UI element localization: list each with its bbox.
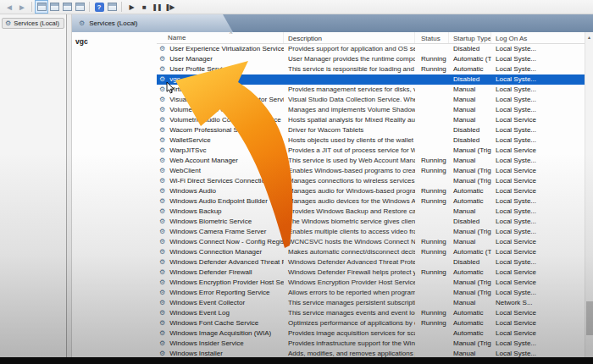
stop-service-button[interactable]: ■ — [138, 1, 150, 13]
service-name-cell: ⚙Windows Connection Manager — [157, 247, 284, 257]
table-row[interactable]: ⚙WalletServiceHosts objects used by clie… — [157, 135, 585, 146]
table-row[interactable]: ⚙Windows Encryption Provider Host Serv..… — [157, 278, 585, 288]
start-service-button[interactable]: ▶ — [125, 1, 137, 13]
table-row[interactable]: ⚙Windows Audio Endpoint BuilderManages a… — [157, 196, 585, 207]
table-row[interactable]: ⚙Windows Biometric ServiceThe Windows bi… — [157, 217, 585, 227]
sidebar-item-services-local[interactable]: ⚙ Services (Local) — [2, 18, 64, 29]
properties-button[interactable] — [48, 1, 60, 13]
service-startup-type: Automatic — [449, 186, 491, 196]
back-button[interactable]: ◄ — [3, 1, 15, 13]
service-name: Windows Audio — [169, 186, 216, 196]
table-row[interactable]: ⚙Wi-Fi Direct Services Connection Mana..… — [157, 176, 585, 186]
service-startup-type: Disabled — [449, 217, 491, 227]
service-name: WarpJITSvc — [169, 146, 206, 156]
table-row[interactable]: ⚙Windows Error Reporting ServiceAllows e… — [157, 288, 585, 298]
table-row[interactable]: ⚙Volumetric Audio Compositor ServiceHost… — [157, 115, 585, 125]
table-row[interactable]: ⚙Windows Connect Now - Config Registr...… — [157, 237, 585, 247]
table-row[interactable]: ⚙Windows Insider ServiceProvides infrast… — [157, 339, 585, 349]
service-status — [415, 85, 449, 95]
service-log-on-as: Local Syste... — [491, 85, 585, 95]
service-name: User Experience Virtualization Service — [169, 44, 284, 54]
vertical-scrollbar[interactable]: ▲ — [585, 32, 593, 357]
table-row[interactable]: ⚙Windows BackupProvides Windows Backup a… — [157, 207, 585, 217]
tab-services-local[interactable]: ⚙ Services (Local) — [72, 14, 233, 32]
service-name-cell: ⚙Windows Connect Now - Config Registr... — [157, 237, 284, 247]
service-gear-icon: ⚙ — [159, 56, 165, 63]
table-row[interactable]: ⚙Windows AudioManages audio for Windows-… — [157, 186, 585, 196]
table-row[interactable]: ⚙Windows Camera Frame ServerEnables mult… — [157, 227, 585, 237]
table-row[interactable]: ⚙Volume Shadow CopyManages and implement… — [157, 105, 585, 115]
service-status — [415, 115, 449, 125]
scrollbar-thumb[interactable] — [586, 301, 593, 335]
service-log-on-as: Local Syste... — [491, 105, 585, 115]
table-row[interactable]: ⚙Windows Connection ManagerMakes automat… — [157, 247, 585, 257]
table-row[interactable]: ⚙Wacom Professional ServiceDriver for Wa… — [157, 125, 585, 135]
service-name: WalletService — [169, 135, 211, 146]
sep3 — [121, 2, 122, 12]
service-startup-type: Disabled — [449, 74, 491, 85]
service-gear-icon: ⚙ — [159, 66, 165, 73]
main-panel: ⚙ Services (Local) vgc ^ NameDescription… — [72, 14, 593, 357]
service-log-on-as: Local Service — [491, 237, 585, 247]
column-header-startup_type[interactable]: Startup Type — [449, 32, 491, 43]
service-description: This service manages persistent subscrip… — [284, 298, 415, 308]
service-gear-icon: ⚙ — [159, 279, 165, 286]
service-gear-icon: ⚙ — [159, 259, 165, 266]
table-row[interactable]: ⚙User ManagerUser Manager provides the r… — [157, 54, 585, 64]
sep2 — [89, 2, 90, 12]
restart-service-button[interactable]: ❚▶ — [163, 1, 175, 13]
table-row[interactable]: ⚙Windows Font Cache ServiceOptimizes per… — [157, 318, 585, 328]
table-row[interactable]: ⚙Windows Image Acquisition (WIA)Provides… — [157, 328, 585, 339]
help-button[interactable]: ? — [93, 1, 105, 13]
tab-bar: ⚙ Services (Local) — [72, 14, 593, 32]
service-name-cell: ⚙Windows Backup — [157, 207, 284, 217]
column-header-name[interactable]: Name — [157, 32, 284, 43]
service-startup-type: Manual (Trig... — [449, 166, 491, 176]
service-description: Provides image acquisition services for … — [284, 328, 415, 339]
table-row[interactable]: ⚙WarpJITSvcProvides a JIT out of process… — [157, 146, 585, 156]
table-row[interactable]: ⚙Windows InstallerAdds, modifies, and re… — [157, 349, 585, 357]
table-row-selected[interactable]: ⚙vgcDisabledLocal Syste... — [157, 74, 585, 85]
service-name: Windows Camera Frame Server — [169, 227, 266, 237]
table-row[interactable]: ⚙Visual Studio Standard Collector Servic… — [157, 95, 585, 105]
table-row[interactable]: ⚙WebClientEnables Windows-based programs… — [157, 166, 585, 176]
table-row[interactable]: ⚙Windows Event LogThis service manages e… — [157, 308, 585, 318]
scrollbar-up-icon[interactable]: ▲ — [585, 32, 593, 41]
table-row[interactable]: ⚙User Experience Virtualization ServiceP… — [157, 44, 585, 54]
service-description: Windows Defender Advanced Threat Protect… — [284, 257, 415, 267]
pane-splitter[interactable] — [66, 14, 72, 357]
column-header-status[interactable]: Status — [415, 32, 449, 43]
table-row[interactable]: ⚙Windows Defender Advanced Threat Pr...W… — [157, 257, 585, 267]
service-log-on-as: Local Syste... — [491, 74, 585, 85]
service-log-on-as: Local Syste... — [491, 227, 585, 237]
table-row[interactable]: ⚙Windows Event CollectorThis service man… — [157, 298, 585, 308]
table-row[interactable]: ⚙Virtual DiskProvides management service… — [157, 85, 585, 95]
service-status: Running — [415, 166, 449, 176]
forward-button[interactable]: ► — [16, 1, 28, 13]
pause-service-button[interactable]: ❚❚ — [151, 1, 163, 13]
service-description: Provides support for application and OS … — [284, 44, 415, 54]
service-gear-icon: ⚙ — [159, 290, 165, 296]
show-console-tree-button[interactable] — [36, 1, 47, 13]
service-gear-icon: ⚙ — [159, 269, 165, 276]
service-description: Optimizes performance of applications by… — [284, 318, 415, 328]
table-row[interactable]: ⚙User Profile ServiceThis service is res… — [157, 64, 585, 74]
table-header-row: ^ NameDescriptionStatusStartup TypeLog O… — [157, 32, 585, 44]
export-list-button[interactable] — [74, 1, 86, 13]
table-row[interactable]: ⚙Web Account ManagerThis service is used… — [157, 156, 585, 166]
service-gear-icon: ⚙ — [159, 198, 165, 205]
table-row[interactable]: ⚙Windows Defender FirewallWindows Defend… — [157, 267, 585, 278]
column-header-description[interactable]: Description — [284, 32, 415, 43]
service-status — [415, 349, 449, 357]
refresh-button[interactable] — [61, 1, 73, 13]
service-name-cell: ⚙Windows Biometric Service — [157, 217, 284, 227]
column-header-log_on_as[interactable]: Log On As — [491, 32, 585, 43]
service-startup-type: Automatic — [449, 196, 491, 207]
service-name: Windows Font Cache Service — [169, 318, 258, 328]
service-gear-icon: ⚙ — [159, 86, 165, 93]
show-action-pane-button[interactable] — [106, 1, 118, 13]
service-name: Wi-Fi Direct Services Connection Mana... — [169, 176, 284, 186]
service-startup-type: Disabled — [449, 125, 491, 135]
service-name-cell: ⚙User Profile Service — [157, 64, 284, 74]
service-log-on-as: Local Syste... — [491, 44, 585, 54]
